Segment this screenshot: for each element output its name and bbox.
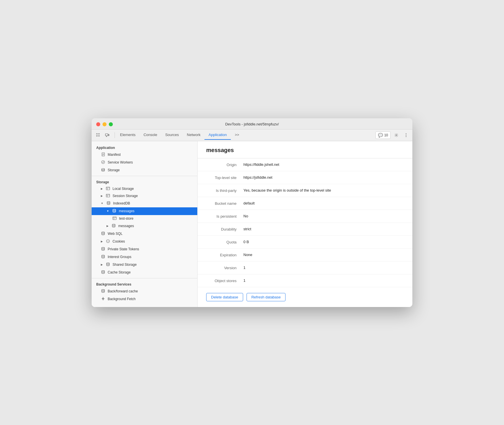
sidebar-item-shared-storage[interactable]: ▶ Shared Storage <box>92 261 197 269</box>
tab-elements[interactable]: Elements <box>116 130 139 140</box>
durability-label: Durability <box>206 227 243 231</box>
detail-row-persistent: Is persistent No <box>198 210 412 223</box>
sidebar-item-local-storage[interactable]: ▶ Local Storage <box>92 185 197 192</box>
refresh-database-button[interactable]: Refresh database <box>247 293 286 301</box>
svg-rect-6 <box>98 135 100 136</box>
sidebar-item-storage[interactable]: Storage <box>92 166 197 174</box>
message-icon: 💬 <box>378 133 383 137</box>
toplevel-value: https://jsfiddle.net <box>243 175 404 180</box>
sidebar: Application Manifest <box>92 141 198 307</box>
maximize-button[interactable] <box>109 122 113 126</box>
session-storage-arrow: ▶ <box>101 194 103 197</box>
expiration-value: None <box>243 253 404 257</box>
cookies-icon <box>106 239 110 244</box>
indexeddb-label: IndexedDB <box>113 201 130 205</box>
svg-rect-3 <box>98 134 100 134</box>
sidebar-item-web-sql[interactable]: Web SQL <box>92 230 197 238</box>
detail-panel: messages Origin https://fiddle.jshell.ne… <box>198 141 412 307</box>
svg-rect-30 <box>113 217 116 220</box>
close-button[interactable] <box>96 122 100 126</box>
sidebar-item-interest-groups[interactable]: Interest Groups <box>92 253 197 261</box>
messages-db-arrow: ▼ <box>107 210 109 213</box>
shared-storage-icon <box>106 262 110 267</box>
detail-table: Origin https://fiddle.jshell.net Top-lev… <box>198 158 412 287</box>
svg-point-21 <box>102 168 105 170</box>
local-storage-arrow: ▶ <box>101 187 103 190</box>
svg-rect-22 <box>106 187 110 190</box>
messages-badge[interactable]: 💬 10 <box>375 131 391 139</box>
persistent-label: Is persistent <box>206 214 243 219</box>
detail-row-bucketname: Bucket name default <box>198 197 412 210</box>
sidebar-divider-1 <box>92 176 197 176</box>
svg-point-14 <box>406 135 406 135</box>
sidebar-item-backforward-cache[interactable]: Back/forward cache <box>92 288 197 295</box>
detail-row-objectstores: Object stores 1 <box>198 274 412 287</box>
sidebar-section-background: Background Services <box>92 280 197 288</box>
svg-rect-1 <box>96 134 98 134</box>
traffic-lights <box>96 122 113 126</box>
detail-row-origin: Origin https://fiddle.jshell.net <box>198 158 412 171</box>
messages-db-icon <box>112 209 117 214</box>
backforward-cache-icon <box>101 289 105 294</box>
tab-sources[interactable]: Sources <box>161 130 183 140</box>
svg-rect-0 <box>96 133 98 134</box>
session-storage-label: Session Storage <box>113 194 138 198</box>
manifest-label: Manifest <box>108 153 121 157</box>
detail-row-quota: Quota 0 B <box>198 236 412 249</box>
sidebar-item-cache-storage[interactable]: Cache Storage <box>92 269 197 276</box>
svg-point-35 <box>107 239 110 243</box>
background-fetch-icon <box>101 297 105 302</box>
detail-actions: Delete database Refresh database <box>198 287 412 307</box>
version-value: 1 <box>243 265 404 270</box>
delete-database-button[interactable]: Delete database <box>206 293 243 301</box>
cache-storage-label: Cache Storage <box>108 270 131 274</box>
tab-console[interactable]: Console <box>139 130 161 140</box>
manifest-icon <box>101 152 105 157</box>
expiration-label: Expiration <box>206 253 243 257</box>
toolbar: Elements Console Sources Network Applica… <box>92 129 412 141</box>
main-content: Application Manifest <box>92 141 412 307</box>
sidebar-item-test-store[interactable]: test-store <box>92 215 197 222</box>
indexeddb-arrow: ▼ <box>101 202 103 205</box>
detail-row-version: Version 1 <box>198 261 412 274</box>
detail-row-durability: Durability strict <box>198 223 412 236</box>
tab-network[interactable]: Network <box>183 130 205 140</box>
quota-label: Quota <box>206 240 243 244</box>
sidebar-item-service-workers[interactable]: Service Workers <box>92 159 197 166</box>
pointer-icon[interactable] <box>94 131 102 139</box>
devtools-window: DevTools - jsfiddle.net/5tmpfuzv/ <box>92 118 412 307</box>
messages-db2-label: messages <box>118 224 134 228</box>
messages-db-label: messages <box>119 209 135 213</box>
sidebar-item-private-state-tokens[interactable]: Private State Tokens <box>92 245 197 253</box>
background-fetch-label: Background Fetch <box>108 297 135 301</box>
svg-point-39 <box>108 241 109 242</box>
web-sql-label: Web SQL <box>108 232 123 236</box>
svg-point-44 <box>102 289 105 290</box>
sidebar-item-indexeddb[interactable]: ▼ IndexedDB <box>92 200 197 207</box>
sidebar-item-messages-db2[interactable]: ▶ messages <box>92 222 197 230</box>
settings-button[interactable] <box>392 131 400 139</box>
objectstores-value: 1 <box>243 278 404 283</box>
sidebar-section-application: Application <box>92 143 197 151</box>
minimize-button[interactable] <box>103 122 107 126</box>
tab-more[interactable]: >> <box>231 130 243 140</box>
sidebar-item-messages-db[interactable]: ▼ messages <box>92 207 197 215</box>
more-options-button[interactable] <box>402 131 410 139</box>
device-icon[interactable] <box>103 131 111 139</box>
sidebar-item-session-storage[interactable]: ▶ Session Storage <box>92 192 197 200</box>
tab-application[interactable]: Application <box>204 130 231 140</box>
svg-point-15 <box>406 136 406 137</box>
titlebar: DevTools - jsfiddle.net/5tmpfuzv/ <box>92 118 412 129</box>
interest-groups-icon <box>101 255 105 259</box>
version-label: Version <box>206 265 243 270</box>
cookies-arrow: ▶ <box>101 240 103 243</box>
sidebar-item-cookies[interactable]: ▶ Cookies <box>92 238 197 245</box>
sidebar-item-background-fetch[interactable]: Background Fetch <box>92 295 197 303</box>
persistent-value: No <box>243 214 404 218</box>
svg-rect-7 <box>98 136 100 136</box>
backforward-cache-label: Back/forward cache <box>108 289 138 293</box>
sidebar-item-manifest[interactable]: Manifest <box>92 151 197 159</box>
web-sql-icon <box>101 231 105 236</box>
svg-rect-5 <box>96 136 98 136</box>
durability-value: strict <box>243 227 404 231</box>
